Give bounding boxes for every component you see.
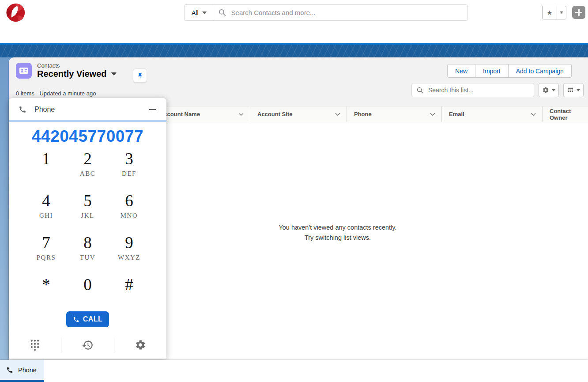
star-icon: ★ <box>547 9 552 17</box>
search-icon <box>417 87 423 94</box>
dialer-title: Phone <box>34 106 55 113</box>
add-to-campaign-button[interactable]: Add to Campaign <box>509 64 572 78</box>
minus-icon <box>149 109 156 110</box>
list-search-input[interactable] <box>427 86 529 94</box>
column-header-contact-owner[interactable]: Contact Owner <box>542 106 588 122</box>
empty-state-line1: You haven't viewed any contacts recently… <box>205 223 470 233</box>
object-label: Contacts <box>37 62 60 69</box>
chevron-down-icon <box>430 113 435 116</box>
keypad-key-2[interactable]: 2ABC <box>67 149 109 191</box>
phone-icon <box>6 367 13 374</box>
empty-state-line2: Try switching list views. <box>205 233 470 243</box>
table-icon <box>567 87 574 94</box>
caret-down-icon <box>560 11 563 14</box>
keypad-key-6[interactable]: 6MNO <box>109 191 150 233</box>
column-header-account-name[interactable]: Account Name <box>152 106 250 122</box>
display-as-button[interactable] <box>563 83 584 97</box>
keypad-key-8[interactable]: 8TUV <box>67 233 109 275</box>
keypad-key-hash[interactable]: # <box>109 275 150 307</box>
favorite-star-button[interactable]: ★ <box>543 6 557 19</box>
dialer-footer <box>9 335 166 355</box>
chevron-down-icon <box>531 113 536 116</box>
pushpin-icon <box>137 72 143 79</box>
import-button[interactable]: Import <box>475 64 509 78</box>
chevron-down-icon <box>335 113 340 116</box>
list-view-title: Recently Viewed <box>37 69 106 79</box>
keypad-key-3[interactable]: 3DEF <box>109 149 150 191</box>
keypad-key-5[interactable]: 5JKL <box>67 191 109 233</box>
phone-icon <box>19 106 26 113</box>
gear-icon <box>542 87 549 94</box>
list-search-box <box>411 83 534 97</box>
minimize-button[interactable] <box>148 106 157 113</box>
caret-down-icon <box>202 11 207 14</box>
column-header-account-site[interactable]: Account Site <box>250 106 347 122</box>
utility-bar: Phone <box>0 360 588 382</box>
favorites-menu-button[interactable] <box>557 6 566 19</box>
new-button[interactable]: New <box>447 64 475 78</box>
phone-icon <box>73 316 79 323</box>
dialer-settings-tab-button[interactable] <box>114 335 166 355</box>
global-search: All <box>184 4 468 21</box>
brand-band <box>0 43 588 57</box>
search-scope-dropdown[interactable]: All <box>185 5 213 20</box>
list-meta-text: 0 items · Updated a minute ago <box>16 90 96 97</box>
search-scope-label: All <box>192 9 199 16</box>
contacts-object-icon <box>16 63 32 79</box>
column-header-phone[interactable]: Phone <box>347 106 441 122</box>
pin-list-button[interactable] <box>133 68 147 83</box>
list-settings-button[interactable] <box>539 83 559 97</box>
app-window: All ★ Zadarma <box>0 0 588 382</box>
caret-down-icon <box>111 72 117 76</box>
call-history-tab-button[interactable] <box>61 335 113 355</box>
empty-state-message: You haven't viewed any contacts recently… <box>205 223 470 243</box>
dialpad-tab-button[interactable] <box>9 335 61 355</box>
chevron-down-icon <box>238 113 244 116</box>
keypad-key-4[interactable]: 4GHI <box>26 191 67 233</box>
app-navigation-bar: Zadarma Home Contacts Accounts Leads <box>0 25 588 43</box>
dialer-header: Phone <box>9 98 166 121</box>
gear-icon <box>135 339 146 351</box>
phone-dialer-panel: Phone 442045770077 1 2ABC 3DEF 4GHI 5JKL… <box>9 98 166 359</box>
caret-down-icon <box>577 89 580 91</box>
utility-phone-tab[interactable]: Phone <box>0 360 44 382</box>
utility-phone-label: Phone <box>18 367 37 374</box>
global-search-input[interactable] <box>230 8 462 17</box>
history-icon <box>82 339 94 351</box>
list-view-selector[interactable]: Recently Viewed <box>37 69 117 79</box>
global-add-button[interactable] <box>572 6 585 19</box>
caret-down-icon <box>552 89 555 91</box>
keypad-key-7[interactable]: 7PQRS <box>26 233 67 275</box>
column-header-email[interactable]: Email <box>441 106 542 122</box>
zadarma-logo-icon[interactable] <box>6 3 26 23</box>
global-header: All ★ <box>0 0 588 25</box>
keypad-key-star[interactable]: * <box>26 275 67 307</box>
call-button-label: CALL <box>83 315 103 323</box>
dialpad-icon <box>30 339 40 351</box>
list-action-buttons: New Import Add to Campaign <box>447 64 572 78</box>
keypad-key-9[interactable]: 9WXYZ <box>109 233 150 275</box>
call-button[interactable]: CALL <box>66 311 109 327</box>
global-search-box <box>213 5 467 20</box>
keypad-key-0[interactable]: 0 <box>67 275 109 307</box>
search-icon <box>219 9 226 16</box>
dialed-number-display[interactable]: 442045770077 <box>9 127 166 146</box>
dial-keypad: 1 2ABC 3DEF 4GHI 5JKL 6MNO 7PQRS 8TUV 9W… <box>26 149 150 307</box>
favorites-button-group: ★ <box>542 6 566 19</box>
keypad-key-1[interactable]: 1 <box>26 149 67 191</box>
